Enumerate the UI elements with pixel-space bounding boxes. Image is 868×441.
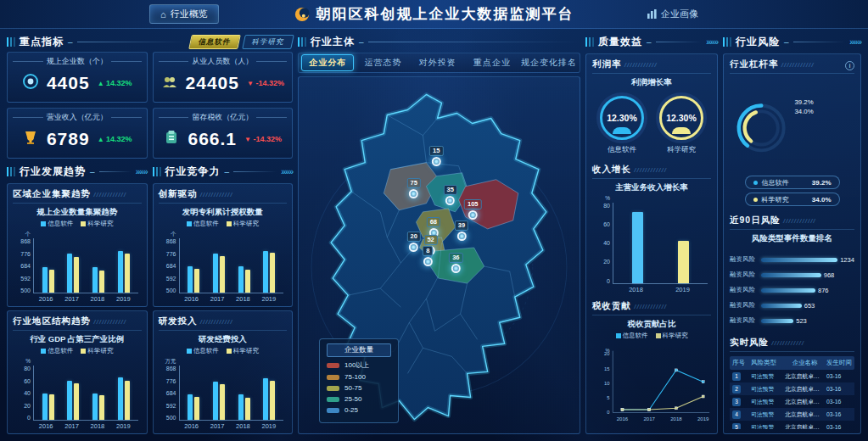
y-axis: 个868776684592500 [14,238,33,293]
nav-enterprise-portrait[interactable]: 企业画像 [637,5,708,23]
industry-tab[interactable]: 运营态势 [357,55,408,70]
chart-title: 研发经费投入 [159,334,288,345]
filter-pill[interactable]: 信息软件 [188,35,241,49]
realtime-table-header: 序号风险类型企业名称发生时间 [730,356,854,370]
bar [118,377,123,420]
industry-tab[interactable]: 对外投资 [412,55,463,70]
marker-pin-icon [451,264,461,273]
indicator-card: 规上企业数（个） 4405 ▲ 14.32% [7,52,148,103]
platform-logo-icon [294,7,310,22]
marker-count: 105 [464,199,482,209]
bar [213,254,218,293]
risk-type-label: 融资风险 [730,301,757,310]
map-marker[interactable]: 8 [423,246,433,266]
legend-item: 科学研究 [81,220,113,228]
x-axis: 2016201720182019 [179,422,283,430]
svg-text:39.2%: 39.2% [794,99,813,107]
map-marker[interactable]: 105 [464,199,482,220]
map-legend-items: 100以上 75-100 50-75 25-50 0-25 [327,360,391,414]
row-risk-type: 司法预警 [751,398,783,406]
competitiveness-title: 行业竞争力 [165,165,221,179]
bar [194,269,199,293]
map-marker[interactable]: 35 [444,185,457,205]
bar [49,394,54,420]
industry-tab[interactable]: 企业分布 [301,54,354,71]
filter-pill[interactable]: 科学研究 [242,35,294,49]
indicator-cards: 规上企业数（个） 4405 ▲ 14.32% 从业人员数（人） 24405 ▼ … [7,52,293,159]
leverage-legend-item: 科学研究 34.0% [745,193,840,206]
chart-legend: 信息软件科学研究 [159,220,288,228]
chart-region-cluster: 规上企业数量集聚趋势信息软件科学研究个868776684592500201620… [13,204,142,303]
marker-count: 8 [423,246,433,256]
legend-item: 信息软件 [41,220,73,228]
map-marker[interactable]: 75 [407,178,421,198]
profit-subtitle: 利润率 [592,59,711,74]
map-legend-item: 75-100 [327,373,391,381]
expand-icon[interactable] [281,167,293,176]
expand-icon[interactable] [136,167,148,176]
table-row[interactable]: 2 司法预警 北京启航卓越科技有限公司 03-16 [730,382,854,395]
bar [678,241,689,283]
info-icon[interactable] [845,61,854,70]
marker-count: 68 [427,217,440,227]
nav-industry-overview-label: 行业概览 [171,8,208,20]
gauge-value: 12.30% [607,113,637,123]
marker-pin-icon [432,157,441,166]
risk-rank-row: 融资风险 653 [730,301,854,310]
map-legend-item: 25-50 [327,395,391,403]
risk-count: 968 [824,271,835,279]
bar [188,266,193,293]
recent-risk-subtitle: 近90日风险 [730,215,854,230]
risk-rank-row: 融资风险 968 [730,271,854,279]
industry-tab[interactable]: 重点企业 [467,55,518,70]
revenue-icon [22,129,39,149]
plot-area [179,366,284,421]
industry-tab[interactable]: 规企变化排名 [521,55,577,70]
table-row[interactable]: 5 司法预警 北京启航卓越科技有限公司 03-16 [730,421,854,429]
panel-region-structure: 行业地区结构趋势 行业 GDP 占第三产业比例信息软件科学研究%80604020… [7,310,148,434]
risk-type-label: 融资风险 [730,271,757,279]
map-marker[interactable]: 15 [429,146,443,166]
marker-pin-icon [423,257,433,266]
indicator-label: 从业人员数（人） [159,56,288,67]
industry-body-title: 行业主体 [311,35,355,49]
marker-pin-icon [468,210,478,220]
indicator-label: 规上企业数（个） [13,56,142,67]
map-marker[interactable]: 20 [407,232,421,252]
center-column: 行业主体 – 企业分布运营态势对外投资重点企业规企变化排名 [298,33,580,434]
map-legend-item: 100以上 [327,360,391,370]
risk-rank-row: 融资风险 1234 [730,255,854,264]
map-marker[interactable]: 39 [455,220,468,241]
table-row[interactable]: 1 司法预警 北京启航卓越科技有限公司 03-16 [730,370,854,382]
svg-text:2019: 2019 [697,416,709,421]
tax-subtitle: 税收贡献 [592,300,711,315]
panel-innovation: 创新驱动 发明专利累计授权数量信息软件科学研究个8687766845925002… [153,183,294,307]
nav-industry-overview[interactable]: ⌂ 行业概览 [149,4,219,24]
indicator-delta: ▲ 14.32% [98,79,132,87]
table-row[interactable]: 4 司法预警 北京启航卓越科技有限公司 03-16 [730,408,854,421]
x-axis: 2016201720182019 [33,422,137,430]
bar [632,212,643,283]
section-bars-icon [723,37,731,47]
expand-icon[interactable] [706,37,718,47]
svg-text:5: 5 [607,395,609,400]
legend-item: 信息软件 [616,332,648,340]
bar [125,381,130,420]
bar-chart-icon [647,9,657,19]
indicator-value: 6789 [47,129,90,149]
quality-title: 质量效益 [598,35,642,49]
risk-count: 1234 [840,256,854,264]
svg-text:2017: 2017 [643,416,655,421]
row-time: 03-16 [826,411,852,417]
realtime-subtitle: 实时风险 [730,337,854,352]
employees-icon [161,73,178,93]
table-header-cell: 风险类型 [751,359,783,367]
dashboard: ⌂ 行业概览 朝阳区科创规上企业大数据监测平台 企业画像 重点指标 – [0,0,868,441]
legend-item: 科学研究 [227,220,259,228]
map-marker[interactable]: 36 [449,253,462,273]
table-row[interactable]: 3 司法预警 北京启航卓越科技有限公司 03-16 [730,395,854,408]
expand-icon[interactable] [849,37,861,47]
risk-title: 行业风险 [736,35,780,49]
bar [67,381,72,420]
svg-text:34.0%: 34.0% [794,108,813,115]
